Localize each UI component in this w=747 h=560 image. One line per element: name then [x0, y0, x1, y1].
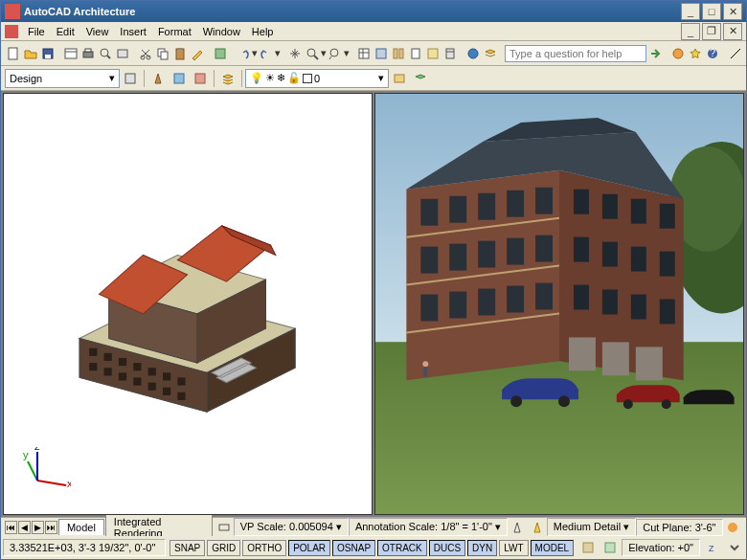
svg-rect-46 [134, 363, 142, 370]
model-viewport[interactable]: x y z [3, 93, 373, 515]
cut-icon[interactable] [138, 44, 153, 63]
status-bar: 3.33521E+03, 3'-3 19/32", 0'-0" SNAP GRI… [1, 536, 746, 559]
print-icon[interactable] [80, 44, 96, 63]
menu-insert[interactable]: Insert [114, 24, 152, 39]
tab-model[interactable]: Model [58, 519, 104, 535]
svg-rect-28 [446, 49, 454, 58]
undo-icon[interactable] [236, 44, 251, 63]
publish-icon[interactable] [115, 44, 130, 63]
menu-format[interactable]: Format [152, 24, 197, 39]
tool-palettes-icon[interactable] [391, 44, 406, 63]
toggle-dyn[interactable]: DYN [467, 540, 497, 556]
menu-file[interactable]: File [22, 24, 51, 39]
pan-icon[interactable] [287, 44, 303, 63]
isolate-objects-icon[interactable] [191, 69, 210, 88]
design-label: Design [10, 73, 42, 84]
layer-manager-icon[interactable] [218, 69, 238, 88]
doc-minimize-button[interactable]: _ [681, 23, 700, 40]
detail-level-field[interactable]: Medium Detail ▾ [547, 518, 636, 536]
close-button[interactable]: ✕ [723, 3, 742, 20]
minimize-button[interactable]: _ [681, 3, 700, 20]
toggle-model[interactable]: MODEL [531, 540, 575, 556]
status-tray-icon[interactable] [725, 538, 743, 557]
match-properties-icon[interactable] [190, 44, 205, 63]
display-config-icon[interactable] [121, 69, 140, 88]
preview-icon[interactable] [98, 44, 113, 63]
help-search-input[interactable] [505, 45, 646, 62]
sheet-set-icon[interactable] [408, 44, 423, 63]
zoom-prev-dropdown[interactable]: ▾ [344, 44, 350, 63]
menu-help[interactable]: Help [246, 24, 280, 39]
project-browser-icon[interactable] [63, 44, 79, 63]
content-browser-icon[interactable] [465, 44, 481, 63]
doc-restore-button[interactable]: ❐ [702, 23, 721, 40]
surface-hatch-toggle-icon[interactable] [578, 538, 597, 557]
toggle-snap[interactable]: SNAP [170, 540, 205, 556]
tab-next-icon[interactable]: ▶ [32, 521, 44, 534]
menu-view[interactable]: View [80, 24, 115, 39]
svg-rect-89 [574, 237, 589, 262]
svg-rect-55 [163, 388, 170, 395]
svg-rect-109 [605, 543, 615, 552]
zoom-dropdown[interactable]: ▾ [321, 44, 327, 63]
toggle-grid[interactable]: GRID [207, 540, 240, 556]
svg-rect-71 [449, 196, 466, 223]
isolate-toggle-icon[interactable] [724, 518, 741, 537]
svg-rect-5 [83, 52, 93, 57]
help-go-icon[interactable] [647, 44, 663, 63]
redo-icon[interactable] [259, 44, 274, 63]
annotation-autoscale-icon[interactable] [528, 518, 545, 537]
redo-dropdown[interactable]: ▾ [275, 44, 281, 63]
hide-objects-icon[interactable] [170, 69, 189, 88]
paste-icon[interactable] [172, 44, 188, 63]
menu-window[interactable]: Window [197, 24, 246, 39]
new-icon[interactable] [6, 44, 21, 63]
zoom-realtime-icon[interactable] [305, 44, 320, 63]
document-icon[interactable] [5, 25, 18, 38]
zoom-previous-icon[interactable] [328, 44, 343, 63]
layer-dropdown[interactable]: 💡 ☀ ❄ 🔓 0 ▾ [245, 69, 389, 88]
toggle-ducs[interactable]: DUCS [429, 540, 465, 556]
copy-icon[interactable] [155, 44, 170, 63]
design-center-icon[interactable] [374, 44, 389, 63]
quickcalc-icon[interactable] [442, 44, 458, 63]
menu-edit[interactable]: Edit [51, 24, 80, 39]
toggle-polar[interactable]: POLAR [288, 540, 330, 556]
tab-last-icon[interactable]: ⏭ [45, 521, 57, 534]
design-dropdown[interactable]: Design ▾ [5, 69, 120, 88]
replace-z-icon[interactable]: z [703, 538, 721, 557]
help-icon[interactable]: ? [705, 44, 720, 63]
svg-rect-3 [65, 49, 77, 58]
tab-prev-icon[interactable]: ◀ [18, 521, 31, 534]
rendering-viewport[interactable] [374, 93, 744, 515]
layer-states-icon[interactable] [411, 69, 430, 88]
cut-plane-field[interactable]: Cut Plane: 3'-6" [636, 519, 722, 536]
toggle-osnap[interactable]: OSNAP [332, 540, 375, 556]
toggle-lwt[interactable]: LWT [499, 540, 528, 556]
vp-scale-icon[interactable] [215, 518, 232, 537]
tab-first-icon[interactable]: ⏮ [5, 521, 17, 534]
elevation-field[interactable]: Elevation: +0" [622, 539, 700, 556]
open-icon[interactable] [23, 44, 38, 63]
toggle-ortho[interactable]: ORTHO [242, 540, 286, 556]
undo-dropdown[interactable]: ▾ [252, 44, 258, 63]
annotation-scale-icon[interactable] [148, 69, 168, 88]
properties-icon[interactable] [356, 44, 372, 63]
coordinates-readout[interactable]: 3.33521E+03, 3'-3 19/32", 0'-0" [3, 539, 166, 556]
toggle-otrack[interactable]: OTRACK [377, 540, 427, 556]
maximize-button[interactable]: □ [702, 3, 721, 20]
vp-scale-field[interactable]: VP Scale: 0.005094 ▾ [234, 518, 349, 536]
annotation-scale-field[interactable]: Annotation Scale: 1/8" = 1'-0" ▾ [349, 518, 508, 536]
markup-icon[interactable] [425, 44, 441, 63]
save-icon[interactable] [40, 44, 56, 63]
layer-key-overrides-icon[interactable] [600, 538, 619, 557]
doc-close-button[interactable]: ✕ [723, 23, 742, 40]
line-icon[interactable] [728, 44, 743, 63]
block-editor-icon[interactable] [213, 44, 228, 63]
favorites-icon[interactable] [688, 44, 703, 63]
layer-previous-icon[interactable] [390, 69, 409, 88]
annotation-visibility-icon[interactable] [509, 518, 526, 537]
communication-center-icon[interactable] [670, 44, 686, 63]
svg-point-30 [468, 49, 478, 58]
layer-properties-icon[interactable] [483, 44, 498, 63]
